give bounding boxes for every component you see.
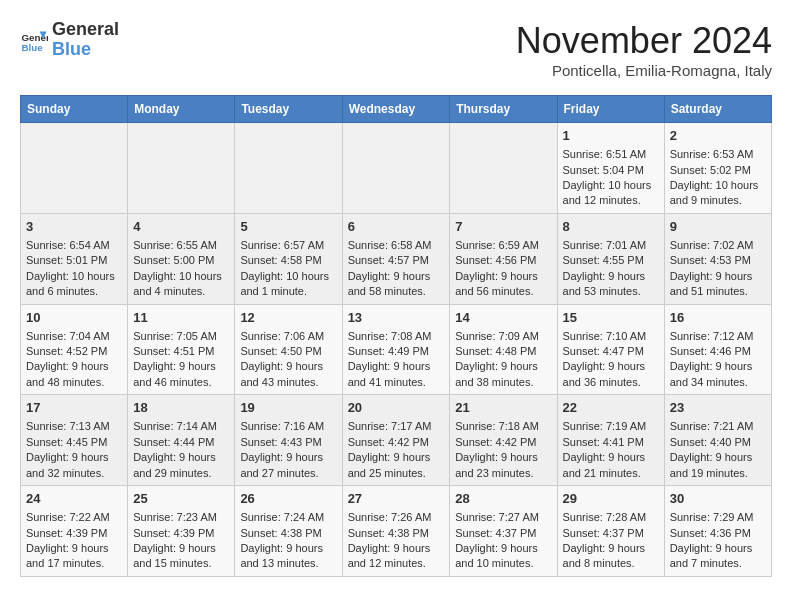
day-info: Sunrise: 7:19 AM Sunset: 4:41 PM Dayligh… (563, 420, 649, 478)
day-number: 30 (670, 490, 766, 508)
calendar-cell: 14Sunrise: 7:09 AM Sunset: 4:48 PM Dayli… (450, 304, 557, 395)
calendar-cell: 30Sunrise: 7:29 AM Sunset: 4:36 PM Dayli… (664, 486, 771, 577)
day-info: Sunrise: 7:26 AM Sunset: 4:38 PM Dayligh… (348, 511, 434, 569)
calendar-cell: 4Sunrise: 6:55 AM Sunset: 5:00 PM Daylig… (128, 213, 235, 304)
calendar-cell: 6Sunrise: 6:58 AM Sunset: 4:57 PM Daylig… (342, 213, 450, 304)
day-number: 16 (670, 309, 766, 327)
day-number: 9 (670, 218, 766, 236)
col-header-friday: Friday (557, 96, 664, 123)
calendar-cell: 11Sunrise: 7:05 AM Sunset: 4:51 PM Dayli… (128, 304, 235, 395)
col-header-monday: Monday (128, 96, 235, 123)
calendar-cell: 15Sunrise: 7:10 AM Sunset: 4:47 PM Dayli… (557, 304, 664, 395)
day-number: 7 (455, 218, 551, 236)
svg-text:Blue: Blue (21, 42, 43, 53)
day-number: 4 (133, 218, 229, 236)
logo-blue-text: Blue (52, 39, 91, 59)
day-info: Sunrise: 6:57 AM Sunset: 4:58 PM Dayligh… (240, 239, 332, 297)
logo-icon: General Blue (20, 26, 48, 54)
day-info: Sunrise: 7:29 AM Sunset: 4:36 PM Dayligh… (670, 511, 756, 569)
day-info: Sunrise: 7:17 AM Sunset: 4:42 PM Dayligh… (348, 420, 434, 478)
day-info: Sunrise: 7:27 AM Sunset: 4:37 PM Dayligh… (455, 511, 541, 569)
day-number: 25 (133, 490, 229, 508)
day-number: 20 (348, 399, 445, 417)
day-number: 6 (348, 218, 445, 236)
day-number: 12 (240, 309, 336, 327)
day-info: Sunrise: 7:05 AM Sunset: 4:51 PM Dayligh… (133, 330, 219, 388)
day-number: 13 (348, 309, 445, 327)
day-info: Sunrise: 7:06 AM Sunset: 4:50 PM Dayligh… (240, 330, 326, 388)
calendar-cell: 21Sunrise: 7:18 AM Sunset: 4:42 PM Dayli… (450, 395, 557, 486)
calendar-cell (235, 123, 342, 214)
day-info: Sunrise: 7:24 AM Sunset: 4:38 PM Dayligh… (240, 511, 326, 569)
calendar-table: SundayMondayTuesdayWednesdayThursdayFrid… (20, 95, 772, 577)
day-number: 29 (563, 490, 659, 508)
day-info: Sunrise: 7:21 AM Sunset: 4:40 PM Dayligh… (670, 420, 756, 478)
col-header-sunday: Sunday (21, 96, 128, 123)
day-number: 28 (455, 490, 551, 508)
day-number: 17 (26, 399, 122, 417)
day-number: 1 (563, 127, 659, 145)
calendar-cell: 18Sunrise: 7:14 AM Sunset: 4:44 PM Dayli… (128, 395, 235, 486)
calendar-cell: 25Sunrise: 7:23 AM Sunset: 4:39 PM Dayli… (128, 486, 235, 577)
day-info: Sunrise: 7:14 AM Sunset: 4:44 PM Dayligh… (133, 420, 219, 478)
calendar-cell: 8Sunrise: 7:01 AM Sunset: 4:55 PM Daylig… (557, 213, 664, 304)
day-info: Sunrise: 6:59 AM Sunset: 4:56 PM Dayligh… (455, 239, 541, 297)
day-number: 15 (563, 309, 659, 327)
calendar-cell: 27Sunrise: 7:26 AM Sunset: 4:38 PM Dayli… (342, 486, 450, 577)
day-info: Sunrise: 6:54 AM Sunset: 5:01 PM Dayligh… (26, 239, 118, 297)
day-info: Sunrise: 7:01 AM Sunset: 4:55 PM Dayligh… (563, 239, 649, 297)
col-header-thursday: Thursday (450, 96, 557, 123)
calendar-cell (342, 123, 450, 214)
col-header-saturday: Saturday (664, 96, 771, 123)
day-info: Sunrise: 6:58 AM Sunset: 4:57 PM Dayligh… (348, 239, 434, 297)
day-number: 19 (240, 399, 336, 417)
day-info: Sunrise: 7:09 AM Sunset: 4:48 PM Dayligh… (455, 330, 541, 388)
day-info: Sunrise: 7:12 AM Sunset: 4:46 PM Dayligh… (670, 330, 756, 388)
day-info: Sunrise: 7:22 AM Sunset: 4:39 PM Dayligh… (26, 511, 112, 569)
calendar-cell: 1Sunrise: 6:51 AM Sunset: 5:04 PM Daylig… (557, 123, 664, 214)
week-row-4: 17Sunrise: 7:13 AM Sunset: 4:45 PM Dayli… (21, 395, 772, 486)
day-info: Sunrise: 6:53 AM Sunset: 5:02 PM Dayligh… (670, 148, 762, 206)
day-number: 21 (455, 399, 551, 417)
day-info: Sunrise: 6:55 AM Sunset: 5:00 PM Dayligh… (133, 239, 225, 297)
day-number: 18 (133, 399, 229, 417)
calendar-cell: 22Sunrise: 7:19 AM Sunset: 4:41 PM Dayli… (557, 395, 664, 486)
calendar-cell: 13Sunrise: 7:08 AM Sunset: 4:49 PM Dayli… (342, 304, 450, 395)
calendar-cell: 28Sunrise: 7:27 AM Sunset: 4:37 PM Dayli… (450, 486, 557, 577)
day-number: 14 (455, 309, 551, 327)
week-row-3: 10Sunrise: 7:04 AM Sunset: 4:52 PM Dayli… (21, 304, 772, 395)
day-number: 2 (670, 127, 766, 145)
calendar-cell: 16Sunrise: 7:12 AM Sunset: 4:46 PM Dayli… (664, 304, 771, 395)
calendar-cell: 29Sunrise: 7:28 AM Sunset: 4:37 PM Dayli… (557, 486, 664, 577)
calendar-cell: 19Sunrise: 7:16 AM Sunset: 4:43 PM Dayli… (235, 395, 342, 486)
calendar-header-row: SundayMondayTuesdayWednesdayThursdayFrid… (21, 96, 772, 123)
calendar-cell: 20Sunrise: 7:17 AM Sunset: 4:42 PM Dayli… (342, 395, 450, 486)
calendar-cell (21, 123, 128, 214)
col-header-tuesday: Tuesday (235, 96, 342, 123)
calendar-cell: 9Sunrise: 7:02 AM Sunset: 4:53 PM Daylig… (664, 213, 771, 304)
day-info: Sunrise: 7:10 AM Sunset: 4:47 PM Dayligh… (563, 330, 649, 388)
day-number: 11 (133, 309, 229, 327)
logo-general-text: General (52, 19, 119, 39)
day-number: 24 (26, 490, 122, 508)
day-info: Sunrise: 7:08 AM Sunset: 4:49 PM Dayligh… (348, 330, 434, 388)
calendar-cell: 12Sunrise: 7:06 AM Sunset: 4:50 PM Dayli… (235, 304, 342, 395)
day-info: Sunrise: 7:16 AM Sunset: 4:43 PM Dayligh… (240, 420, 326, 478)
day-info: Sunrise: 7:02 AM Sunset: 4:53 PM Dayligh… (670, 239, 756, 297)
day-info: Sunrise: 7:13 AM Sunset: 4:45 PM Dayligh… (26, 420, 112, 478)
day-info: Sunrise: 7:18 AM Sunset: 4:42 PM Dayligh… (455, 420, 541, 478)
calendar-cell: 7Sunrise: 6:59 AM Sunset: 4:56 PM Daylig… (450, 213, 557, 304)
week-row-1: 1Sunrise: 6:51 AM Sunset: 5:04 PM Daylig… (21, 123, 772, 214)
calendar-cell (450, 123, 557, 214)
calendar-cell: 23Sunrise: 7:21 AM Sunset: 4:40 PM Dayli… (664, 395, 771, 486)
day-info: Sunrise: 7:28 AM Sunset: 4:37 PM Dayligh… (563, 511, 649, 569)
day-number: 22 (563, 399, 659, 417)
calendar-cell: 24Sunrise: 7:22 AM Sunset: 4:39 PM Dayli… (21, 486, 128, 577)
calendar-cell: 26Sunrise: 7:24 AM Sunset: 4:38 PM Dayli… (235, 486, 342, 577)
calendar-cell (128, 123, 235, 214)
calendar-cell: 10Sunrise: 7:04 AM Sunset: 4:52 PM Dayli… (21, 304, 128, 395)
calendar-cell: 3Sunrise: 6:54 AM Sunset: 5:01 PM Daylig… (21, 213, 128, 304)
day-info: Sunrise: 6:51 AM Sunset: 5:04 PM Dayligh… (563, 148, 655, 206)
logo: General Blue General Blue (20, 20, 119, 60)
calendar-cell: 17Sunrise: 7:13 AM Sunset: 4:45 PM Dayli… (21, 395, 128, 486)
